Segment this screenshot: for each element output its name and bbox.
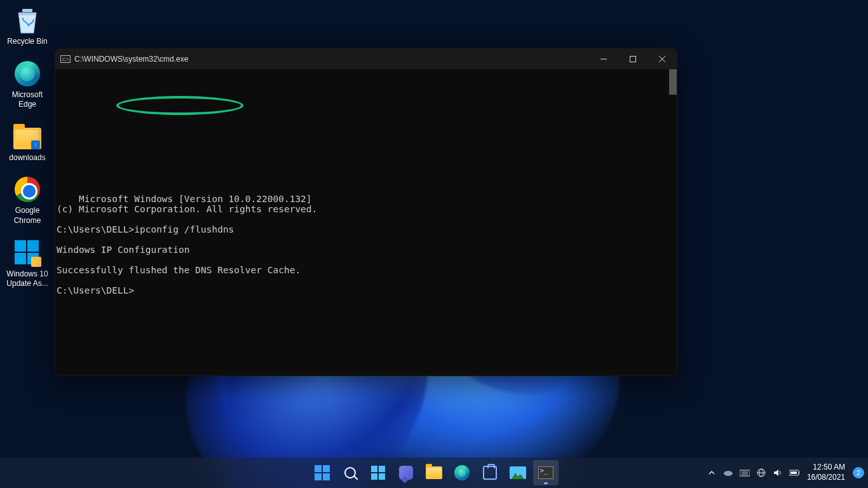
cmd-titlebar-icon: C:\ (60, 55, 71, 63)
chrome-desktop-icon[interactable]: Google Chrome (3, 175, 51, 226)
maximize-icon (630, 56, 636, 62)
folder-icon: ↓ (13, 128, 41, 149)
battery-icon[interactable] (789, 468, 799, 478)
term-line: C:\Users\DELL> (57, 285, 134, 295)
clock-time: 12:50 AM (807, 463, 845, 473)
taskbar-right: 12:50 AM 16/08/2021 2 (707, 463, 864, 482)
window-title: C:\WINDOWS\system32\cmd.exe (74, 55, 188, 64)
win10-update-icon[interactable]: Windows 10 Update As... (3, 239, 51, 289)
scrollbar[interactable] (669, 69, 677, 95)
minimize-icon (600, 56, 607, 62)
volume-icon[interactable] (773, 468, 783, 478)
terminal-icon (538, 466, 553, 479)
minimize-button[interactable] (589, 49, 618, 69)
notification-badge[interactable]: 2 (853, 467, 864, 478)
taskbar: 12:50 AM 16/08/2021 2 (0, 458, 868, 488)
terminal-output[interactable]: Microsoft Windows [Version 10.0.22000.13… (55, 69, 677, 376)
svg-rect-13 (799, 471, 799, 474)
windows-icon (15, 240, 40, 266)
folder-icon (426, 466, 442, 479)
edge-icon (15, 61, 40, 86)
notification-count: 2 (857, 469, 860, 477)
term-line: (c) Microsoft Corporation. All rights re… (57, 204, 317, 214)
store-icon (483, 466, 497, 480)
onedrive-icon[interactable] (723, 468, 733, 478)
term-line: Windows IP Configuration (57, 245, 190, 255)
desktop-icons: Recycle Bin Microsoft Edge ↓ downloads G… (3, 6, 54, 302)
search-button[interactable] (337, 460, 363, 485)
image-icon (510, 466, 526, 479)
tray-chevron-icon[interactable] (707, 468, 717, 478)
network-icon[interactable] (756, 468, 766, 478)
cmd-window[interactable]: C:\ C:\WINDOWS\system32\cmd.exe Microsof… (55, 48, 677, 376)
keyboard-icon[interactable] (740, 468, 750, 478)
downloads-label: downloads (3, 153, 51, 163)
cmd-taskbar-button[interactable] (533, 460, 559, 485)
titlebar[interactable]: C:\ C:\WINDOWS\system32\cmd.exe (55, 49, 677, 69)
win10-update-label: Windows 10 Update As... (3, 269, 51, 289)
close-button[interactable] (648, 49, 677, 69)
search-icon (344, 467, 356, 478)
photos-button[interactable] (505, 460, 531, 485)
svg-rect-6 (740, 470, 750, 476)
term-line: C:\Users\DELL>ipconfig /flushdns (57, 224, 234, 234)
system-tray[interactable] (707, 468, 799, 478)
edge-icon (454, 465, 470, 480)
trash-icon (15, 6, 40, 34)
chat-button[interactable] (393, 460, 419, 485)
svg-rect-0 (22, 9, 32, 12)
file-explorer-button[interactable] (421, 460, 447, 485)
term-line: Microsoft Windows [Version 10.0.22000.13… (79, 194, 312, 204)
svg-rect-2 (630, 57, 636, 62)
edge-desktop-icon[interactable]: Microsoft Edge (3, 60, 51, 110)
recycle-bin-icon[interactable]: Recycle Bin (3, 6, 51, 47)
close-icon (659, 56, 665, 62)
chrome-icon (15, 177, 40, 202)
edge-taskbar-button[interactable] (449, 460, 475, 485)
taskbar-center (309, 460, 559, 485)
store-button[interactable] (477, 460, 503, 485)
annotation-circle (116, 96, 243, 115)
clock-date: 16/08/2021 (807, 473, 845, 483)
widgets-button[interactable] (365, 460, 391, 485)
term-line: Successfully flushed the DNS Resolver Ca… (57, 265, 301, 275)
taskbar-clock[interactable]: 12:50 AM 16/08/2021 (807, 463, 845, 482)
svg-rect-14 (790, 471, 797, 474)
maximize-button[interactable] (618, 49, 648, 69)
svg-point-5 (724, 471, 733, 476)
edge-label: Microsoft Edge (3, 90, 51, 110)
start-icon (315, 465, 330, 480)
widgets-icon (371, 466, 385, 480)
downloads-folder-icon[interactable]: ↓ downloads (3, 123, 51, 163)
chat-icon (399, 466, 413, 480)
recycle-bin-label: Recycle Bin (3, 37, 51, 47)
start-button[interactable] (309, 460, 335, 485)
chrome-label: Google Chrome (3, 206, 51, 226)
